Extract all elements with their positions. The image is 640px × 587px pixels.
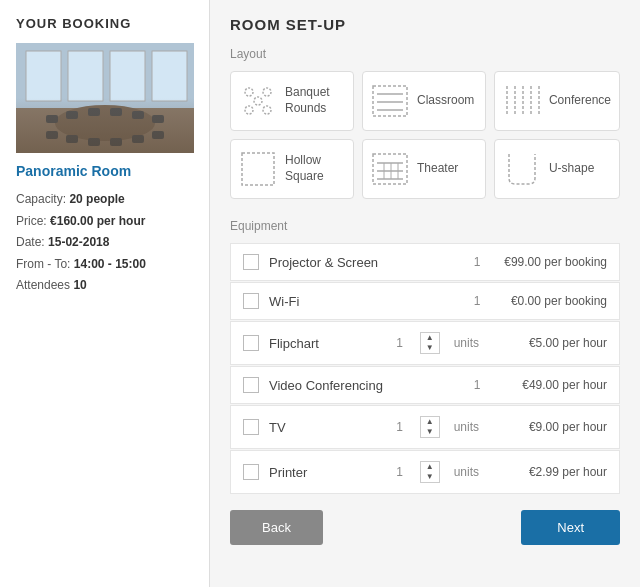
printer-up[interactable]: ▲ [421,462,439,472]
flipchart-down[interactable]: ▼ [421,343,439,353]
wifi-checkbox[interactable] [243,293,259,309]
layout-theater[interactable]: Theater [362,139,486,199]
u-shape-label: U-shape [549,161,594,177]
u-shape-icon [503,150,541,188]
svg-point-26 [245,106,253,114]
flipchart-unit: units [454,336,479,350]
layout-u-shape[interactable]: U-shape [494,139,620,199]
flipchart-stepper[interactable]: ▲ ▼ [420,332,440,354]
svg-rect-6 [152,51,187,101]
equipment-row-printer: Printer 1 ▲ ▼ units €2.99 per hour [230,450,620,494]
right-panel: ROOM SET-UP Layout Banquet Rounds [210,0,640,587]
tv-stepper[interactable]: ▲ ▼ [420,416,440,438]
price-row: Price: €160.00 per hour [16,211,193,233]
layout-banquet[interactable]: Banquet Rounds [230,71,354,131]
layout-label: Layout [230,47,620,61]
classroom-label: Classroom [417,93,474,109]
tv-qty: 1 [390,420,410,434]
svg-rect-14 [88,108,100,116]
button-row: Back Next [230,510,620,545]
printer-down[interactable]: ▼ [421,472,439,482]
room-name: Panoramic Room [16,163,193,179]
tv-down[interactable]: ▼ [421,427,439,437]
theater-label: Theater [417,161,458,177]
projector-checkbox[interactable] [243,254,259,270]
printer-name: Printer [269,465,380,480]
wifi-price: €0.00 per booking [497,294,607,308]
videoconf-name: Video Conferencing [269,378,457,393]
next-button[interactable]: Next [521,510,620,545]
flipchart-name: Flipchart [269,336,380,351]
hollow-square-icon [239,150,277,188]
attendees-row: Attendees 10 [16,275,193,297]
booking-title: YOUR BOOKING [16,16,193,31]
svg-rect-15 [110,108,122,116]
svg-rect-20 [88,138,100,146]
svg-rect-19 [66,135,78,143]
svg-rect-12 [46,115,58,123]
flipchart-qty: 1 [390,336,410,350]
svg-rect-39 [250,161,266,177]
tv-price: €9.00 per hour [497,420,607,434]
room-setup-title: ROOM SET-UP [230,16,620,33]
svg-rect-13 [66,111,78,119]
svg-point-24 [245,88,253,96]
banquet-label: Banquet Rounds [285,85,345,116]
layout-hollow-square[interactable]: Hollow Square [230,139,354,199]
equipment-row-tv: TV 1 ▲ ▼ units €9.00 per hour [230,405,620,449]
layout-grid: Banquet Rounds Classroom Conf [230,71,620,199]
tv-name: TV [269,420,380,435]
svg-rect-16 [132,111,144,119]
flipchart-price: €5.00 per hour [497,336,607,350]
room-image [16,43,194,153]
svg-rect-5 [110,51,145,101]
equipment-section: Equipment Projector & Screen 1 €99.00 pe… [230,219,620,494]
tv-up[interactable]: ▲ [421,417,439,427]
capacity-row: Capacity: 20 people [16,189,193,211]
printer-stepper[interactable]: ▲ ▼ [420,461,440,483]
svg-rect-3 [26,51,61,101]
banquet-icon [239,82,277,120]
svg-point-27 [263,106,271,114]
printer-unit: units [454,465,479,479]
tv-checkbox[interactable] [243,419,259,435]
printer-qty: 1 [390,465,410,479]
svg-rect-23 [152,131,164,139]
svg-rect-4 [68,51,103,101]
svg-rect-22 [132,135,144,143]
left-panel: YOUR BOOKING [0,0,210,587]
equipment-row-wifi: Wi-Fi 1 €0.00 per booking [230,282,620,320]
flipchart-up[interactable]: ▲ [421,333,439,343]
projector-price: €99.00 per booking [497,255,607,269]
svg-point-28 [254,97,262,105]
equipment-row-videoconf: Video Conferencing 1 €49.00 per hour [230,366,620,404]
equipment-row-projector: Projector & Screen 1 €99.00 per booking [230,243,620,281]
svg-rect-1 [16,108,194,153]
printer-checkbox[interactable] [243,464,259,480]
svg-rect-29 [373,86,407,116]
conference-label: Conference [549,93,611,109]
videoconf-price: €49.00 per hour [497,378,607,392]
svg-rect-18 [46,131,58,139]
layout-conference[interactable]: Conference [494,71,620,131]
wifi-qty: 1 [467,294,487,308]
videoconf-qty: 1 [467,378,487,392]
projector-name: Projector & Screen [269,255,457,270]
booking-details: Capacity: 20 people Price: €160.00 per h… [16,189,193,297]
videoconf-checkbox[interactable] [243,377,259,393]
equipment-row-flipchart: Flipchart 1 ▲ ▼ units €5.00 per hour [230,321,620,365]
equipment-label: Equipment [230,219,620,233]
projector-qty: 1 [467,255,487,269]
wifi-name: Wi-Fi [269,294,457,309]
svg-rect-21 [110,138,122,146]
svg-rect-17 [152,115,164,123]
flipchart-checkbox[interactable] [243,335,259,351]
svg-point-11 [55,105,155,141]
layout-classroom[interactable]: Classroom [362,71,486,131]
printer-price: €2.99 per hour [497,465,607,479]
conference-icon [503,82,541,120]
hollow-square-label: Hollow Square [285,153,345,184]
svg-point-25 [263,88,271,96]
tv-unit: units [454,420,479,434]
back-button[interactable]: Back [230,510,323,545]
